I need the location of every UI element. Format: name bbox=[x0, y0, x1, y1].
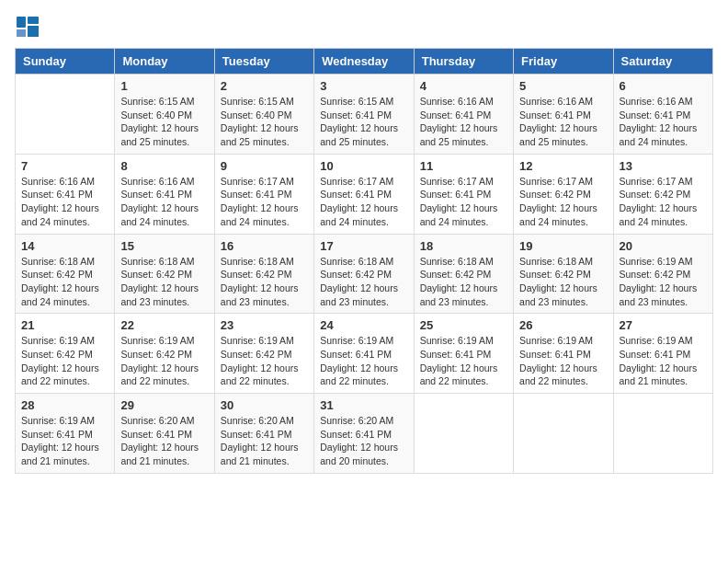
day-cell: 28Sunrise: 6:19 AM Sunset: 6:41 PM Dayli… bbox=[16, 394, 115, 474]
header-cell-thursday: Thursday bbox=[414, 49, 513, 75]
day-number: 18 bbox=[420, 239, 507, 253]
day-cell: 6Sunrise: 6:16 AM Sunset: 6:41 PM Daylig… bbox=[613, 75, 712, 155]
day-info: Sunrise: 6:19 AM Sunset: 6:42 PM Dayligh… bbox=[620, 255, 707, 309]
day-info: Sunrise: 6:15 AM Sunset: 6:40 PM Dayligh… bbox=[221, 95, 308, 149]
day-number: 27 bbox=[620, 318, 707, 332]
day-info: Sunrise: 6:16 AM Sunset: 6:41 PM Dayligh… bbox=[620, 95, 707, 149]
day-number: 23 bbox=[221, 318, 308, 332]
day-info: Sunrise: 6:18 AM Sunset: 6:42 PM Dayligh… bbox=[519, 255, 607, 309]
day-number: 13 bbox=[620, 159, 707, 173]
day-info: Sunrise: 6:19 AM Sunset: 6:42 PM Dayligh… bbox=[221, 334, 308, 388]
week-row-1: 1Sunrise: 6:15 AM Sunset: 6:40 PM Daylig… bbox=[16, 75, 713, 155]
day-number: 30 bbox=[221, 398, 308, 412]
day-cell bbox=[613, 394, 712, 474]
day-cell: 12Sunrise: 6:17 AM Sunset: 6:42 PM Dayli… bbox=[514, 154, 613, 234]
day-info: Sunrise: 6:15 AM Sunset: 6:40 PM Dayligh… bbox=[120, 95, 208, 149]
day-info: Sunrise: 6:16 AM Sunset: 6:41 PM Dayligh… bbox=[21, 175, 108, 229]
day-number: 25 bbox=[420, 318, 507, 332]
day-info: Sunrise: 6:18 AM Sunset: 6:42 PM Dayligh… bbox=[320, 255, 407, 309]
day-number: 29 bbox=[120, 398, 208, 412]
header-cell-friday: Friday bbox=[514, 49, 613, 75]
day-number: 2 bbox=[221, 79, 308, 93]
day-number: 31 bbox=[320, 398, 407, 412]
day-number: 3 bbox=[320, 79, 407, 93]
day-info: Sunrise: 6:19 AM Sunset: 6:41 PM Dayligh… bbox=[620, 334, 707, 388]
day-number: 15 bbox=[120, 239, 208, 253]
logo-icon bbox=[15, 15, 40, 40]
day-cell: 20Sunrise: 6:19 AM Sunset: 6:42 PM Dayli… bbox=[613, 234, 712, 314]
day-info: Sunrise: 6:17 AM Sunset: 6:41 PM Dayligh… bbox=[320, 175, 407, 229]
day-info: Sunrise: 6:19 AM Sunset: 6:41 PM Dayligh… bbox=[320, 334, 407, 388]
day-cell: 10Sunrise: 6:17 AM Sunset: 6:41 PM Dayli… bbox=[314, 154, 414, 234]
week-row-3: 14Sunrise: 6:18 AM Sunset: 6:42 PM Dayli… bbox=[16, 234, 713, 314]
day-number: 20 bbox=[620, 239, 707, 253]
day-number: 26 bbox=[519, 318, 607, 332]
day-number: 24 bbox=[320, 318, 407, 332]
day-cell: 13Sunrise: 6:17 AM Sunset: 6:42 PM Dayli… bbox=[613, 154, 712, 234]
day-info: Sunrise: 6:18 AM Sunset: 6:42 PM Dayligh… bbox=[420, 255, 507, 309]
day-cell bbox=[414, 394, 513, 474]
day-number: 22 bbox=[120, 318, 208, 332]
day-cell: 11Sunrise: 6:17 AM Sunset: 6:41 PM Dayli… bbox=[414, 154, 513, 234]
day-number: 17 bbox=[320, 239, 407, 253]
day-info: Sunrise: 6:20 AM Sunset: 6:41 PM Dayligh… bbox=[320, 414, 407, 468]
day-cell: 14Sunrise: 6:18 AM Sunset: 6:42 PM Dayli… bbox=[16, 234, 115, 314]
day-number: 14 bbox=[21, 239, 108, 253]
day-cell: 23Sunrise: 6:19 AM Sunset: 6:42 PM Dayli… bbox=[214, 314, 313, 394]
day-info: Sunrise: 6:17 AM Sunset: 6:41 PM Dayligh… bbox=[221, 175, 308, 229]
day-number: 7 bbox=[21, 159, 108, 173]
week-row-2: 7Sunrise: 6:16 AM Sunset: 6:41 PM Daylig… bbox=[16, 154, 713, 234]
day-number: 11 bbox=[420, 159, 507, 173]
day-number: 5 bbox=[519, 79, 607, 93]
day-info: Sunrise: 6:17 AM Sunset: 6:42 PM Dayligh… bbox=[620, 175, 707, 229]
day-cell: 15Sunrise: 6:18 AM Sunset: 6:42 PM Dayli… bbox=[115, 234, 214, 314]
svg-rect-0 bbox=[17, 17, 26, 28]
day-cell: 21Sunrise: 6:19 AM Sunset: 6:42 PM Dayli… bbox=[16, 314, 115, 394]
day-number: 6 bbox=[620, 79, 707, 93]
day-cell: 31Sunrise: 6:20 AM Sunset: 6:41 PM Dayli… bbox=[314, 394, 414, 474]
day-number: 9 bbox=[221, 159, 308, 173]
day-cell: 16Sunrise: 6:18 AM Sunset: 6:42 PM Dayli… bbox=[214, 234, 313, 314]
day-cell: 19Sunrise: 6:18 AM Sunset: 6:42 PM Dayli… bbox=[514, 234, 613, 314]
day-cell: 22Sunrise: 6:19 AM Sunset: 6:42 PM Dayli… bbox=[115, 314, 214, 394]
day-cell: 25Sunrise: 6:19 AM Sunset: 6:41 PM Dayli… bbox=[414, 314, 513, 394]
day-cell: 3Sunrise: 6:15 AM Sunset: 6:41 PM Daylig… bbox=[314, 75, 414, 155]
day-info: Sunrise: 6:18 AM Sunset: 6:42 PM Dayligh… bbox=[21, 255, 108, 309]
day-info: Sunrise: 6:18 AM Sunset: 6:42 PM Dayligh… bbox=[120, 255, 208, 309]
header-cell-saturday: Saturday bbox=[613, 49, 712, 75]
day-cell: 2Sunrise: 6:15 AM Sunset: 6:40 PM Daylig… bbox=[214, 75, 313, 155]
day-number: 10 bbox=[320, 159, 407, 173]
day-cell: 26Sunrise: 6:19 AM Sunset: 6:41 PM Dayli… bbox=[514, 314, 613, 394]
svg-marker-3 bbox=[17, 29, 26, 37]
week-row-4: 21Sunrise: 6:19 AM Sunset: 6:42 PM Dayli… bbox=[16, 314, 713, 394]
day-info: Sunrise: 6:20 AM Sunset: 6:41 PM Dayligh… bbox=[120, 414, 208, 468]
logo bbox=[15, 15, 44, 40]
day-cell: 9Sunrise: 6:17 AM Sunset: 6:41 PM Daylig… bbox=[214, 154, 313, 234]
day-number: 19 bbox=[519, 239, 607, 253]
header bbox=[15, 15, 713, 40]
day-cell: 18Sunrise: 6:18 AM Sunset: 6:42 PM Dayli… bbox=[414, 234, 513, 314]
calendar-table: SundayMondayTuesdayWednesdayThursdayFrid… bbox=[15, 48, 713, 474]
day-info: Sunrise: 6:19 AM Sunset: 6:42 PM Dayligh… bbox=[21, 334, 108, 388]
day-info: Sunrise: 6:17 AM Sunset: 6:41 PM Dayligh… bbox=[420, 175, 507, 229]
day-number: 28 bbox=[21, 398, 108, 412]
day-number: 21 bbox=[21, 318, 108, 332]
day-cell: 4Sunrise: 6:16 AM Sunset: 6:41 PM Daylig… bbox=[414, 75, 513, 155]
day-info: Sunrise: 6:15 AM Sunset: 6:41 PM Dayligh… bbox=[320, 95, 407, 149]
day-info: Sunrise: 6:19 AM Sunset: 6:41 PM Dayligh… bbox=[420, 334, 507, 388]
day-info: Sunrise: 6:19 AM Sunset: 6:42 PM Dayligh… bbox=[120, 334, 208, 388]
day-cell: 5Sunrise: 6:16 AM Sunset: 6:41 PM Daylig… bbox=[514, 75, 613, 155]
day-number: 8 bbox=[120, 159, 208, 173]
day-info: Sunrise: 6:16 AM Sunset: 6:41 PM Dayligh… bbox=[519, 95, 607, 149]
header-cell-sunday: Sunday bbox=[16, 49, 115, 75]
day-cell: 29Sunrise: 6:20 AM Sunset: 6:41 PM Dayli… bbox=[115, 394, 214, 474]
day-number: 12 bbox=[519, 159, 607, 173]
header-cell-wednesday: Wednesday bbox=[314, 49, 414, 75]
svg-marker-2 bbox=[28, 26, 39, 37]
day-cell: 1Sunrise: 6:15 AM Sunset: 6:40 PM Daylig… bbox=[115, 75, 214, 155]
day-info: Sunrise: 6:18 AM Sunset: 6:42 PM Dayligh… bbox=[221, 255, 308, 309]
day-cell: 8Sunrise: 6:16 AM Sunset: 6:41 PM Daylig… bbox=[115, 154, 214, 234]
day-number: 16 bbox=[221, 239, 308, 253]
day-number: 1 bbox=[120, 79, 208, 93]
day-info: Sunrise: 6:19 AM Sunset: 6:41 PM Dayligh… bbox=[519, 334, 607, 388]
